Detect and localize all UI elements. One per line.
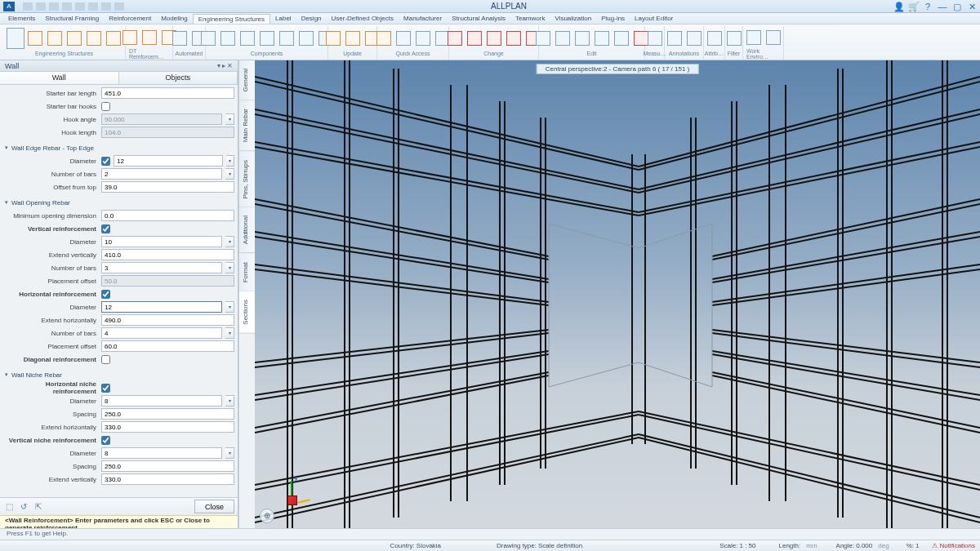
- footer-icon[interactable]: ⇱: [33, 501, 44, 513]
- dropdown-icon[interactable]: ▾: [225, 301, 234, 313]
- starter-bar-length-input[interactable]: [101, 87, 234, 99]
- dropdown-icon[interactable]: ▾: [225, 236, 234, 247]
- side-tab-sections[interactable]: Sections: [239, 291, 255, 334]
- ribbon-btn[interactable]: [612, 28, 630, 49]
- ribbon-btn[interactable]: [238, 28, 256, 49]
- minimize-icon[interactable]: —: [938, 2, 947, 11]
- ni-v-ext-input[interactable]: [101, 473, 234, 485]
- maximize-icon[interactable]: ▢: [952, 2, 962, 11]
- ribbon-btn[interactable]: [706, 28, 724, 49]
- ribbon-btn[interactable]: [593, 28, 611, 49]
- ribbon-tab[interactable]: Visualization: [550, 14, 596, 23]
- ribbon-btn[interactable]: [7, 28, 24, 49]
- axis-gizmo[interactable]: z: [279, 478, 307, 505]
- ribbon-tab[interactable]: Teamwork: [510, 14, 550, 23]
- ribbon-btn[interactable]: [46, 28, 64, 49]
- starter-bar-hooks-check[interactable]: [101, 102, 110, 111]
- ribbon-btn[interactable]: [375, 28, 393, 49]
- ribbon-tab[interactable]: Design: [296, 14, 327, 23]
- footer-icon[interactable]: ↺: [18, 501, 29, 513]
- ribbon-tab[interactable]: Modeling: [156, 14, 192, 23]
- qat-icon[interactable]: [62, 2, 72, 11]
- section-niche[interactable]: Wall Niche Rebar: [2, 368, 234, 381]
- op-hreinf-check[interactable]: [101, 290, 110, 299]
- ribbon-btn[interactable]: [573, 28, 591, 49]
- side-tab-pins[interactable]: Pins, Stirrups: [239, 152, 255, 208]
- close-icon[interactable]: ✕: [967, 2, 977, 11]
- ribbon-btn[interactable]: [745, 27, 763, 48]
- ribbon-btn[interactable]: [725, 28, 743, 49]
- ribbon-btn[interactable]: [485, 28, 503, 49]
- notifications-link[interactable]: Notifications: [939, 542, 975, 549]
- ribbon-btn[interactable]: [85, 28, 103, 49]
- ribbon-tab[interactable]: Layout Editor: [630, 14, 678, 23]
- status-value[interactable]: 1 : 50: [740, 542, 756, 549]
- qat-icon[interactable]: [88, 2, 98, 11]
- ni-vreinf-check[interactable]: [101, 436, 110, 445]
- dropdown-icon[interactable]: ▾: [225, 327, 234, 339]
- close-button[interactable]: Close: [194, 500, 234, 513]
- palette-close-icon[interactable]: ✕: [227, 62, 233, 69]
- qat-icon[interactable]: [49, 2, 59, 11]
- palette-tab-objects[interactable]: Objects: [119, 72, 238, 84]
- status-value[interactable]: 1: [915, 542, 919, 549]
- palette-tab-wall[interactable]: Wall: [0, 72, 119, 84]
- op-h-dia-input[interactable]: [101, 301, 222, 313]
- ribbon-btn[interactable]: [414, 28, 432, 49]
- ribbon-btn[interactable]: [171, 28, 189, 49]
- te-nbars-input[interactable]: [101, 168, 222, 180]
- ni-h-ext-input[interactable]: [101, 421, 234, 433]
- ni-v-dia-input[interactable]: [101, 447, 222, 459]
- ribbon-btn[interactable]: [394, 28, 412, 49]
- footer-icon[interactable]: ⬚: [3, 501, 15, 513]
- ribbon-tab[interactable]: Plug-ins: [596, 14, 630, 23]
- ribbon-tab[interactable]: Reinforcement: [104, 14, 156, 23]
- ribbon-btn[interactable]: [278, 28, 296, 49]
- ni-h-dia-input[interactable]: [101, 395, 222, 407]
- ribbon-tab[interactable]: Manufacturer: [399, 14, 447, 23]
- ribbon-tab[interactable]: Structural Framing: [40, 14, 104, 23]
- ribbon-tab[interactable]: Elements: [3, 14, 40, 23]
- ribbon-btn[interactable]: [446, 28, 464, 49]
- qat-icon[interactable]: [114, 2, 124, 11]
- dropdown-icon[interactable]: ▾: [225, 262, 234, 273]
- qat-icon[interactable]: [75, 2, 85, 11]
- ribbon-btn[interactable]: [140, 27, 158, 48]
- ni-hreinf-check[interactable]: [101, 384, 110, 393]
- ribbon-btn[interactable]: [554, 28, 572, 49]
- ribbon-tab[interactable]: Engineering Structures: [193, 14, 270, 24]
- op-dreinf-check[interactable]: [101, 355, 110, 364]
- section-opening[interactable]: Wall Opening Rebar: [2, 196, 234, 209]
- ribbon-btn[interactable]: [65, 28, 83, 49]
- ribbon-btn[interactable]: [258, 28, 276, 49]
- ribbon-btn[interactable]: [666, 28, 684, 49]
- op-v-dia-input[interactable]: [101, 236, 222, 247]
- op-h-ext-input[interactable]: [101, 314, 234, 326]
- op-vreinf-check[interactable]: [101, 224, 110, 233]
- status-value[interactable]: mm: [802, 541, 821, 550]
- te-diameter-input[interactable]: [114, 155, 223, 167]
- side-tab-format[interactable]: Format: [239, 254, 255, 291]
- alert-icon[interactable]: ⚠: [932, 542, 938, 549]
- ribbon-btn[interactable]: [344, 28, 362, 49]
- ribbon-btn[interactable]: [26, 28, 44, 49]
- dropdown-icon[interactable]: ▾: [225, 395, 234, 407]
- dropdown-icon[interactable]: ▾: [225, 447, 234, 459]
- ribbon-btn[interactable]: [466, 28, 483, 49]
- ribbon-btn[interactable]: [505, 28, 523, 49]
- ribbon-btn[interactable]: [764, 27, 782, 48]
- side-tab-additional[interactable]: Additional: [239, 207, 255, 253]
- op-h-poff-input[interactable]: [101, 340, 234, 352]
- status-value[interactable]: Slovakia: [416, 542, 441, 549]
- ni-v-sp-input[interactable]: [101, 460, 234, 472]
- op-min-input[interactable]: [101, 210, 234, 221]
- qat-icon[interactable]: [101, 2, 111, 11]
- ribbon-btn[interactable]: [105, 28, 122, 49]
- dropdown-icon[interactable]: ▾: [225, 168, 234, 180]
- te-offset-input[interactable]: [101, 181, 234, 193]
- viewport-3d[interactable]: Central perspective:2 - Camera path 6 ( …: [255, 60, 980, 528]
- ribbon-tab[interactable]: User-Defined Objects: [327, 14, 399, 23]
- ribbon-btn[interactable]: [121, 27, 139, 48]
- qat-icon[interactable]: [23, 2, 33, 11]
- help-icon[interactable]: ?: [923, 2, 933, 11]
